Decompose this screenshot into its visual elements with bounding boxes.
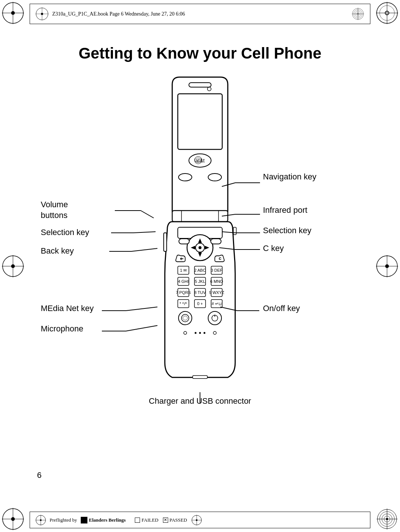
infrared-port-label: Infrared port: [263, 205, 307, 216]
back-key-label: Back key: [41, 246, 74, 257]
preflighted-section: Preflighted by Elanders Berlings: [36, 515, 127, 525]
qa-status: FAILED ✕ PASSED: [135, 515, 201, 525]
company-name: Elanders Berlings: [81, 517, 126, 523]
media-net-key-label: MEdia Net key: [41, 303, 94, 314]
svg-text:2 ABC: 2 ABC: [194, 268, 206, 272]
reg-mark-br: [376, 508, 398, 530]
svg-point-22: [11, 264, 15, 268]
svg-point-86: [179, 311, 192, 325]
svg-rect-60: [211, 239, 221, 244]
svg-text:7 PQRS: 7 PQRS: [176, 290, 191, 295]
page-title: Getting to Know your Cell Phone: [30, 44, 370, 62]
failed-item: FAILED: [135, 517, 158, 523]
svg-text:c: c: [219, 255, 221, 261]
footer-bar: Preflighted by Elanders Berlings FAILED …: [30, 512, 370, 528]
svg-point-93: [195, 332, 197, 334]
reg-mark-bl: [2, 508, 24, 530]
svg-point-94: [199, 332, 201, 334]
reg-mark-mr: [376, 255, 398, 277]
header-text: Z310a_UG_P1C_AE.book Page 6 Wednesday, J…: [52, 11, 185, 17]
svg-point-26: [385, 264, 389, 268]
passed-item: ✕ PASSED: [163, 517, 187, 523]
svg-text:1 ✉: 1 ✉: [180, 268, 187, 272]
svg-point-30: [41, 13, 43, 15]
svg-rect-96: [193, 376, 207, 379]
svg-point-45: [208, 174, 221, 181]
on-off-key-label: On/off key: [263, 303, 300, 314]
svg-point-95: [204, 332, 206, 334]
svg-point-54: [199, 246, 201, 249]
svg-text:# ↵⊔: # ↵⊔: [211, 301, 221, 306]
phone-diagram: at&t: [141, 73, 259, 407]
svg-rect-50: [233, 227, 236, 235]
svg-point-44: [179, 174, 192, 181]
svg-text:9 WXYZ: 9 WXYZ: [209, 290, 224, 295]
main-content: Getting to Know your Cell Phone at&t: [30, 30, 370, 502]
charger-usb-label: Charger and USB connector: [149, 396, 251, 407]
preflighted-text: Preflighted by: [50, 517, 77, 523]
reg-mark-tl: [2, 2, 24, 24]
reg-mark-ml: [2, 255, 24, 277]
svg-text:0 +: 0 +: [197, 301, 203, 306]
svg-rect-49: [164, 233, 167, 251]
svg-point-125: [196, 519, 197, 521]
svg-text:* ᴬ/ᴬ: * ᴬ/ᴬ: [180, 301, 187, 306]
header-bar: Z310a_UG_P1C_AE.book Page 6 Wednesday, J…: [30, 4, 370, 24]
svg-text:6 MNO: 6 MNO: [210, 279, 223, 284]
svg-point-121: [40, 519, 42, 521]
navigation-key-label: Navigation key: [263, 172, 316, 182]
svg-text:8 TUV: 8 TUV: [194, 290, 206, 295]
volume-buttons-label: Volume buttons: [41, 199, 68, 221]
reg-mark-tr: [376, 2, 398, 24]
diagram-area: at&t: [30, 73, 370, 463]
svg-point-88: [208, 311, 221, 325]
selection-key-right-label: Selection key: [263, 225, 311, 236]
svg-point-3: [11, 11, 15, 15]
svg-rect-39: [178, 94, 222, 149]
microphone-label: Microphone: [41, 324, 83, 334]
svg-point-11: [11, 517, 15, 521]
svg-rect-46: [172, 211, 228, 222]
svg-text:3 DEF: 3 DEF: [211, 268, 222, 272]
selection-key-left-label: Selection key: [41, 227, 89, 238]
c-key-label: C key: [263, 243, 284, 254]
svg-text:4 GHI: 4 GHI: [178, 279, 189, 284]
page-number: 6: [37, 470, 41, 480]
svg-text:5 JKL: 5 JKL: [195, 279, 205, 284]
svg-rect-59: [179, 239, 189, 244]
